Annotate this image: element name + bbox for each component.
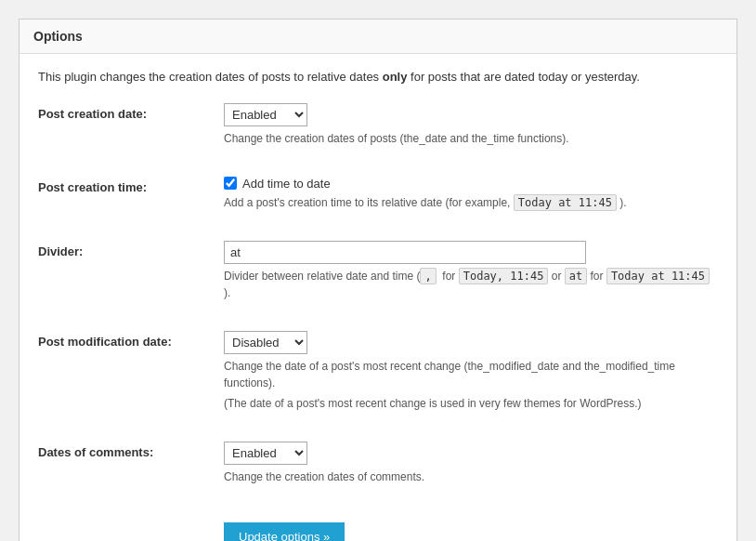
dates-of-comments-hint: Change the creation dates of comments. <box>224 468 718 485</box>
divider-input[interactable] <box>224 241 586 264</box>
post-modification-date-hint2: (The date of a post's most recent change… <box>224 395 718 412</box>
update-options-button[interactable]: Update options » <box>224 522 345 542</box>
divider-example2-code: Today at 11:45 <box>606 268 710 284</box>
dates-of-comments-select[interactable]: Enabled Disabled <box>224 442 307 465</box>
post-creation-time-row: Post creation time: Add time to date Add… <box>38 177 718 224</box>
dates-of-comments-label: Dates of comments: <box>38 442 224 459</box>
post-creation-time-hint: Add a post's creation time to its relati… <box>224 194 718 211</box>
add-time-checkbox-row: Add time to date <box>224 177 718 191</box>
post-creation-time-label: Post creation time: <box>38 177 224 194</box>
divider-comma-code: , <box>420 268 436 284</box>
post-creation-date-label: Post creation date: <box>38 103 224 121</box>
post-creation-date-select[interactable]: Enabled Disabled <box>224 103 307 126</box>
post-modification-date-content: Disabled Enabled Change the date of a po… <box>224 331 718 412</box>
options-panel: Options This plugin changes the creation… <box>19 19 737 541</box>
divider-label: Divider: <box>38 241 224 258</box>
post-modification-date-hint1: Change the date of a post's most recent … <box>224 358 718 391</box>
options-title: Options <box>33 29 83 44</box>
options-body: This plugin changes the creation dates o… <box>20 54 736 541</box>
description-text: This plugin changes the creation dates o… <box>38 68 718 86</box>
add-time-label: Add time to date <box>242 177 331 191</box>
dates-of-comments-row: Dates of comments: Enabled Disabled Chan… <box>38 442 718 498</box>
divider-example1-code: Today, 11:45 <box>459 268 549 284</box>
post-creation-date-row: Post creation date: Enabled Disabled Cha… <box>38 103 718 160</box>
post-creation-time-content: Add time to date Add a post's creation t… <box>224 177 718 211</box>
divider-at-code: at <box>565 268 587 284</box>
post-modification-date-row: Post modification date: Disabled Enabled… <box>38 331 718 425</box>
divider-content: Divider between relative date and time (… <box>224 241 718 301</box>
post-modification-date-select[interactable]: Disabled Enabled <box>224 331 307 354</box>
divider-row: Divider: Divider between relative date a… <box>38 241 718 314</box>
post-modification-date-label: Post modification date: <box>38 331 224 349</box>
dates-of-comments-content: Enabled Disabled Change the creation dat… <box>224 442 718 485</box>
divider-hint: Divider between relative date and time (… <box>224 268 718 301</box>
time-example-code: Today at 11:45 <box>514 194 617 211</box>
options-header: Options <box>20 20 736 54</box>
post-creation-date-content: Enabled Disabled Change the creation dat… <box>224 103 718 147</box>
post-creation-date-hint: Change the creation dates of posts (the_… <box>224 130 718 147</box>
add-time-checkbox[interactable] <box>224 177 237 190</box>
update-button-row: Update options » <box>224 515 718 542</box>
